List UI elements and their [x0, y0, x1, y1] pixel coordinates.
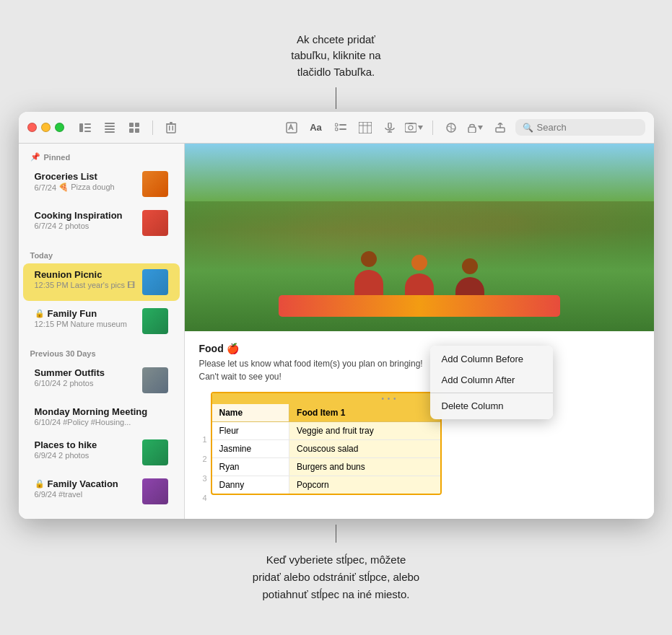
- note-thumbnail: [142, 439, 168, 465]
- row-num-5: 4: [199, 488, 211, 507]
- note-item-groceries[interactable]: Groceries List 6/7/24 🍕 Pizza dough: [23, 165, 180, 203]
- svg-rect-9: [135, 123, 139, 127]
- note-item-places[interactable]: Places to hike 6/9/24 2 photos: [23, 434, 180, 471]
- lock-button[interactable]: [466, 118, 485, 137]
- context-menu-delete[interactable]: Delete Column: [430, 395, 553, 416]
- search-input[interactable]: [537, 122, 638, 133]
- checklist-button[interactable]: [331, 118, 350, 137]
- svg-rect-16: [172, 126, 173, 131]
- data-table: Name Food Item 1 Fleur Veggie and fruit …: [212, 404, 440, 494]
- table-row: Danny Popcorn: [212, 476, 440, 494]
- svg-point-30: [409, 126, 413, 130]
- svg-rect-11: [135, 128, 139, 133]
- svg-rect-21: [339, 128, 346, 130]
- note-meta: 6/10/24 2 photos: [35, 379, 136, 387]
- compose-button[interactable]: [282, 118, 301, 137]
- table-button[interactable]: [356, 118, 375, 137]
- svg-rect-5: [105, 126, 115, 127]
- note-content: Food 🍎 Please let us know what food item…: [185, 331, 654, 519]
- sidebar-toggle-button[interactable]: [76, 118, 95, 137]
- note-food-title: Food 🍎: [199, 343, 640, 354]
- svg-rect-7: [105, 131, 115, 133]
- font-button[interactable]: Aa: [307, 118, 326, 137]
- hero-image: [185, 144, 654, 331]
- pin-icon: 📌: [30, 152, 40, 162]
- note-food-body: Please let us know what food item(s) you…: [199, 357, 640, 383]
- grid-view-button[interactable]: [125, 118, 144, 137]
- col-handle[interactable]: • • •: [212, 393, 440, 404]
- table-container: 1 2 3 4 • • •: [199, 392, 640, 507]
- cell-food: Couscous salad: [289, 440, 440, 458]
- sidebar: 📌 Pinned Groceries List 6/7/24 🍕 Pizza d…: [19, 144, 185, 519]
- col-name-header: Name: [212, 404, 289, 422]
- cell-name: Fleur: [212, 422, 289, 440]
- note-meta: 6/7/24 🍕 Pizza dough: [35, 183, 136, 192]
- context-menu-separator: [430, 393, 553, 393]
- cell-name: Jasmine: [212, 440, 289, 458]
- table-row: Ryan Burgers and buns: [212, 458, 440, 476]
- previous-section-header: Previous 30 Days: [19, 341, 184, 361]
- cell-name: Danny: [212, 476, 289, 494]
- separator: [152, 121, 153, 135]
- note-title: Summer Outfits: [35, 367, 136, 378]
- tooltip-bottom: Keď vyberiete stĺpec, môžete pridať aleb…: [253, 551, 419, 603]
- note-meta: 6/10/24 #Policy #Housing...: [35, 418, 168, 426]
- main-content: 📌 Pinned Groceries List 6/7/24 🍕 Pizza d…: [19, 144, 654, 519]
- food-table[interactable]: • • • Name Food Item 1: [211, 392, 442, 495]
- note-title: Monday Morning Meeting: [35, 406, 168, 417]
- maximize-button[interactable]: [55, 123, 64, 132]
- svg-rect-13: [166, 123, 176, 125]
- list-view-button[interactable]: [100, 118, 119, 137]
- context-menu: Add Column Before Add Column After Delet…: [430, 346, 553, 419]
- head-2: [411, 255, 427, 271]
- row-num-2: 1: [199, 429, 211, 449]
- note-item-summer[interactable]: Summer Outfits 6/10/24 2 photos: [23, 362, 180, 399]
- bottom-annotation: Keď vyberiete stĺpec, môžete pridať aleb…: [253, 525, 419, 603]
- note-item-cooking[interactable]: Cooking Inspiration 6/7/24 2 photos: [23, 204, 180, 242]
- export-button[interactable]: [491, 118, 510, 137]
- app-window: Aa: [19, 112, 654, 519]
- audio-button[interactable]: [380, 118, 399, 137]
- note-item-vacation[interactable]: 🔒 Family Vacation 6/9/24 #travel: [23, 473, 180, 510]
- note-meta: 6/9/24 #travel: [35, 490, 136, 499]
- note-item-reunion[interactable]: Reunion Picnic 12:35 PM Last year's pics…: [23, 263, 180, 301]
- svg-rect-1: [84, 123, 91, 125]
- note-thumbnail: [142, 269, 168, 295]
- photo-button[interactable]: [405, 118, 424, 137]
- context-menu-add-after[interactable]: Add Column After: [430, 369, 553, 390]
- blanket: [279, 295, 560, 317]
- editor-area: Food 🍎 Please let us know what food item…: [185, 144, 654, 519]
- svg-rect-10: [129, 128, 134, 133]
- note-meta: 12:15 PM Nature museum: [35, 320, 136, 328]
- cell-food: Popcorn: [289, 476, 440, 494]
- svg-rect-22: [359, 122, 372, 133]
- separator2: [432, 121, 433, 135]
- svg-rect-12: [167, 124, 175, 133]
- svg-rect-31: [409, 123, 413, 124]
- cell-food: Veggie and fruit tray: [289, 422, 440, 440]
- close-button[interactable]: [27, 123, 37, 132]
- table-row: Jasmine Couscous salad: [212, 440, 440, 458]
- svg-rect-34: [468, 127, 476, 133]
- search-bar[interactable]: 🔍: [515, 119, 645, 136]
- svg-rect-14: [170, 122, 173, 123]
- note-title: Cooking Inspiration: [35, 210, 136, 221]
- note-title: Reunion Picnic: [35, 269, 136, 280]
- drag-dots: • • •: [381, 395, 396, 403]
- svg-point-18: [335, 123, 338, 126]
- annotation-line-top: [336, 87, 336, 109]
- note-item-family-fun[interactable]: 🔒 Family Fun 12:15 PM Nature museum: [23, 302, 180, 340]
- svg-rect-3: [84, 131, 91, 132]
- today-section-header: Today: [19, 242, 184, 263]
- share-link-button[interactable]: [442, 118, 461, 137]
- svg-point-20: [335, 128, 338, 131]
- delete-button[interactable]: [162, 118, 180, 137]
- note-item-monday[interactable]: Monday Morning Meeting 6/10/24 #Policy #…: [23, 400, 180, 432]
- minimize-button[interactable]: [41, 123, 51, 132]
- sky-gradient: [185, 144, 654, 201]
- note-meta: 6/9/24 2 photos: [35, 451, 136, 460]
- note-thumbnail: [142, 210, 168, 236]
- note-thumbnail: [142, 478, 168, 504]
- row-num-3: 2: [199, 449, 211, 468]
- context-menu-add-before[interactable]: Add Column Before: [430, 349, 553, 369]
